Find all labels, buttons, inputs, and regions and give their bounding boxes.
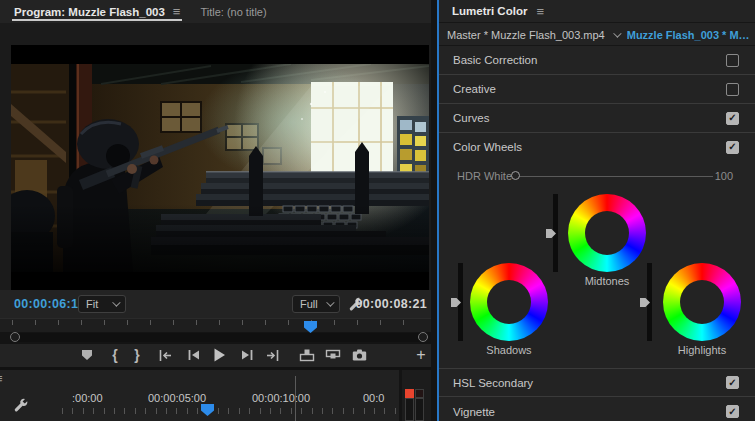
ruler-label-0: :00:00 [72, 392, 103, 404]
section-label: Vignette [453, 406, 495, 418]
section-label: Color Wheels [453, 141, 522, 153]
scrollbar-left-handle[interactable] [10, 332, 20, 342]
go-to-out-button[interactable] [262, 344, 284, 366]
button-editor-button[interactable]: + [410, 344, 432, 366]
highlights-color-wheel[interactable] [663, 263, 741, 341]
monitor-zoom-scrollbar[interactable] [0, 332, 431, 344]
hdr-white-slider-track[interactable] [519, 176, 713, 177]
lift-icon [299, 349, 315, 362]
scrollbar-track[interactable] [13, 333, 426, 342]
section-label: Creative [453, 83, 496, 95]
camera-icon [352, 349, 367, 361]
plus-icon: + [416, 346, 425, 364]
transport-controls: { } [0, 344, 431, 367]
duration-timecode: 00:00:08:21 [356, 297, 427, 311]
step-forward-button[interactable] [236, 344, 258, 366]
program-monitor-controls: 00:00:06:12 Fit Full 00:00:08:21 [0, 290, 431, 318]
go-to-in-button[interactable] [154, 344, 176, 366]
program-monitor-viewport[interactable] [0, 23, 431, 290]
section-label: HSL Secondary [453, 377, 533, 389]
curves-checkbox[interactable] [726, 112, 739, 125]
hdr-white-value[interactable]: 100 [715, 170, 733, 182]
color-wheels-content: HDR White 100 Midtones Shadows Highlight… [439, 161, 755, 368]
panel-menu-icon[interactable]: ≡ [173, 4, 181, 19]
shadows-label: Shadows [469, 344, 549, 356]
export-frame-button[interactable] [348, 344, 370, 366]
hdr-white-label: HDR White [457, 170, 512, 182]
lumetri-clip-row: Master * Muzzle Flash_003.mp4 Muzzle Fla… [439, 24, 755, 46]
timeline-panel: ≡ :00:00 00:00:05:00 00:00:10:00 00:0 [0, 370, 399, 421]
audio-meter-right [415, 398, 424, 421]
step-back-button[interactable] [182, 344, 204, 366]
timeline-ruler-ticks[interactable] [62, 408, 399, 414]
timeline-playhead[interactable] [201, 404, 214, 416]
chevron-down-icon[interactable] [613, 29, 621, 37]
clip-indicator-right[interactable] [415, 389, 424, 398]
ruler-ticks [12, 320, 425, 325]
shadows-color-wheel[interactable] [470, 263, 548, 341]
ruler-label-1: 00:00:05:00 [148, 392, 206, 404]
extract-icon [325, 349, 341, 362]
title-status-label: Title: (no title) [200, 6, 266, 18]
zoom-level-value: Fit [86, 298, 98, 310]
basic-correction-checkbox[interactable] [726, 54, 739, 67]
lumetri-header: Lumetri Color ≡ [439, 0, 755, 23]
midtones-color-wheel[interactable] [568, 194, 646, 272]
hdr-white-row: HDR White 100 [439, 165, 755, 187]
mark-out-icon: } [134, 347, 139, 363]
step-back-icon [187, 349, 200, 361]
step-forward-icon [241, 349, 254, 361]
section-basic-correction[interactable]: Basic Correction [439, 46, 755, 75]
current-timecode[interactable]: 00:00:06:12 [14, 297, 85, 311]
vignette-checkbox[interactable] [726, 405, 739, 418]
hsl-secondary-checkbox[interactable] [726, 376, 739, 389]
clip-indicator-left[interactable] [405, 389, 414, 398]
zoom-level-dropdown[interactable]: Fit [78, 295, 126, 313]
creative-checkbox[interactable] [726, 83, 739, 96]
tab-program-monitor[interactable]: Program: Muzzle Flash_003 ≡ [0, 0, 186, 23]
monitor-time-ruler[interactable] [0, 318, 431, 332]
section-color-wheels[interactable]: Color Wheels [439, 133, 755, 161]
extract-button[interactable] [322, 344, 344, 366]
go-to-in-icon [158, 349, 172, 362]
ruler-label-2: 00:00:10:00 [252, 392, 310, 404]
lumetri-color-panel: Lumetri Color ≡ Master * Muzzle Flash_00… [437, 0, 755, 421]
playback-resolution-value: Full [300, 298, 318, 310]
timeline-settings-wrench-icon[interactable] [13, 397, 29, 413]
section-curves[interactable]: Curves [439, 104, 755, 133]
tab-program-label: Program: Muzzle Flash_003 [14, 6, 165, 18]
section-vignette[interactable]: Vignette [439, 397, 755, 421]
midtones-luma-slider[interactable] [553, 194, 558, 272]
section-label: Curves [453, 112, 489, 124]
audio-meters-panel [402, 370, 431, 421]
scrollbar-right-handle[interactable] [418, 332, 428, 342]
lumetri-menu-icon[interactable]: ≡ [536, 4, 544, 19]
slider-handle[interactable] [546, 229, 556, 238]
shadows-luma-slider[interactable] [458, 263, 463, 341]
add-marker-button[interactable] [76, 344, 98, 366]
highlights-luma-slider[interactable] [647, 263, 652, 341]
section-creative[interactable]: Creative [439, 75, 755, 104]
chevron-down-icon [326, 298, 334, 306]
slider-handle[interactable] [451, 298, 461, 307]
mark-in-button[interactable]: { [104, 344, 126, 366]
marker-icon [82, 350, 92, 360]
chevron-down-icon [112, 298, 120, 306]
play-button[interactable] [208, 344, 230, 366]
section-hsl-secondary[interactable]: HSL Secondary [439, 368, 755, 397]
timeline-menu-icon[interactable]: ≡ [0, 371, 3, 386]
hdr-white-slider-knob[interactable] [511, 171, 520, 180]
audio-meter-left [405, 398, 414, 421]
mark-out-button[interactable]: } [126, 344, 148, 366]
play-icon [213, 348, 226, 362]
section-label: Basic Correction [453, 54, 537, 66]
lumetri-panel-title: Lumetri Color [452, 5, 527, 17]
sequence-clip-link[interactable]: Muzzle Flash_003 * Muzzle Flash_00... [627, 29, 755, 41]
master-clip-label[interactable]: Master * Muzzle Flash_003.mp4 [447, 29, 605, 41]
color-wheels-checkbox[interactable] [726, 141, 739, 154]
playback-resolution-dropdown[interactable]: Full [292, 295, 340, 313]
program-monitor-tabbar: Program: Muzzle Flash_003 ≡ Title: (no t… [0, 0, 431, 23]
lift-button[interactable] [296, 344, 318, 366]
slider-handle[interactable] [640, 298, 650, 307]
midtones-label: Midtones [567, 275, 647, 287]
